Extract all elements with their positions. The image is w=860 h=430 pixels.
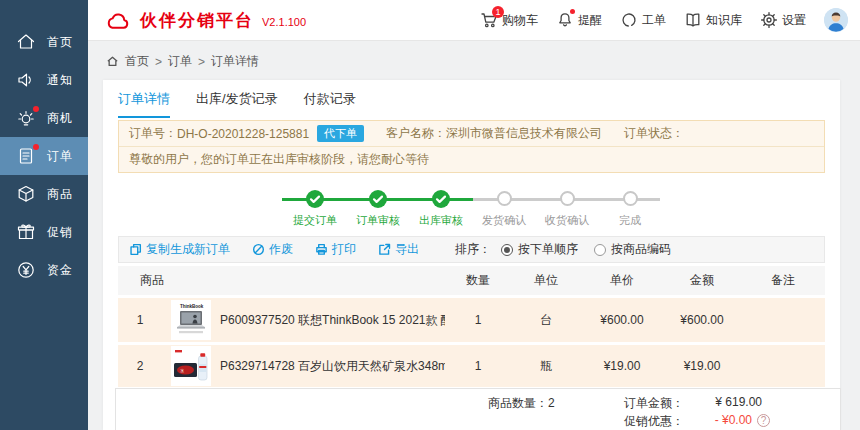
speaker-icon <box>15 69 37 91</box>
sort-radio-product-code[interactable]: 按商品编码 <box>594 241 671 258</box>
breadcrumb-home[interactable]: 首页 <box>125 53 149 70</box>
sidebar-item-notice[interactable]: 通知 <box>0 61 88 99</box>
notification-dot <box>33 106 39 112</box>
app-version: V2.1.100 <box>262 16 306 28</box>
sort-label: 排序： <box>455 241 491 258</box>
sidebar-item-funds[interactable]: 资金 <box>0 251 88 289</box>
cloud-logo-icon <box>104 10 132 31</box>
box-icon <box>15 183 37 205</box>
step-circle <box>623 191 638 206</box>
check-icon <box>432 190 450 208</box>
order-no-label: 订单号： <box>129 125 177 142</box>
knowledge-base-button[interactable]: 知识库 <box>684 11 742 29</box>
sort-radio-order-sequence[interactable]: 按下单顺序 <box>501 241 578 258</box>
row-index: 2 <box>118 359 162 373</box>
top-header: 伙伴分销平台 V2.1.100 1 购物车 提醒 工单 <box>88 0 860 41</box>
product-name: P6009377520 联想ThinkBook 15 2021款 酷睿版 英特尔… <box>220 312 445 329</box>
row-qty: 1 <box>445 359 511 373</box>
svg-text:水: 水 <box>180 368 184 373</box>
step-circle <box>497 191 512 206</box>
table-row: 2 水 P6329714728 百岁山饮用天然矿泉水348ml整箱小瓶运动饮料轻… <box>118 345 825 387</box>
row-unit: 瓶 <box>511 358 581 375</box>
step-outbound-review: 出库审核 <box>409 190 473 228</box>
void-icon <box>252 243 265 256</box>
question-icon[interactable]: ? <box>757 414 770 427</box>
summary-total-value: ¥ 619.00 <box>715 395 762 409</box>
print-icon <box>315 243 328 256</box>
customer-value: 深圳市微普信息技术有限公司 <box>446 125 602 142</box>
check-icon <box>306 190 324 208</box>
step-ship-confirm: 发货确认 <box>472 190 536 228</box>
cart-button[interactable]: 1 购物车 <box>480 11 538 29</box>
product-name: P6329714728 百岁山饮用天然矿泉水348ml整箱小瓶运动饮料轻便随..… <box>220 358 445 375</box>
order-notice-text: 尊敬的用户，您的订单正在出库审核阶段，请您耐心等待 <box>129 151 429 168</box>
yen-icon <box>15 259 37 281</box>
laptop-thumbnail: ThinkBook <box>171 300 211 340</box>
tab-payment-record[interactable]: 付款记录 <box>304 90 356 118</box>
reminder-button[interactable]: 提醒 <box>556 11 602 29</box>
row-amount: ¥19.00 <box>663 359 741 373</box>
header-actions: 1 购物车 提醒 工单 知识库 设置 <box>480 8 848 32</box>
order-toolbar: 复制生成新订单 作废 打印 导出 排序： 按下单顺序 按商品编码 <box>118 236 825 263</box>
summary-promo-label: 促销优惠： <box>624 413 684 430</box>
export-icon <box>378 243 391 256</box>
main-area: 首页 > 订单 > 订单详情 订单详情 出库/发货记录 付款记录 订单号： DH… <box>88 41 860 430</box>
order-summary: 商品数量：2 订单金额： ¥ 619.00 促销优惠： - ¥0.00 ? <box>115 388 841 430</box>
copy-order-button[interactable]: 复制生成新订单 <box>129 241 230 258</box>
row-price: ¥600.00 <box>581 313 663 327</box>
order-icon <box>15 145 37 167</box>
step-order-review: 订单审核 <box>346 190 410 228</box>
col-price: 单价 <box>581 272 663 289</box>
settings-button[interactable]: 设置 <box>760 11 806 29</box>
tab-order-detail[interactable]: 订单详情 <box>118 90 170 118</box>
order-progress-stepper: 提交订单 订单审核 出库审核 发货确认 收货确认 完成 <box>103 180 840 228</box>
radio-selected-icon <box>501 244 513 256</box>
void-order-button[interactable]: 作废 <box>252 241 293 258</box>
row-amount: ¥600.00 <box>663 313 741 327</box>
bulb-icon <box>15 107 37 129</box>
user-avatar[interactable] <box>824 8 848 32</box>
customer-label: 客户名称： <box>386 125 446 142</box>
radio-unselected-icon <box>594 244 606 256</box>
gear-icon <box>760 11 778 29</box>
col-remark: 备注 <box>741 272 825 289</box>
print-button[interactable]: 打印 <box>315 241 356 258</box>
sidebar-item-home[interactable]: 首页 <box>0 23 88 61</box>
order-detail-card: 订单详情 出库/发货记录 付款记录 订单号： DH-O-20201228-125… <box>103 80 840 430</box>
step-circle <box>560 191 575 206</box>
tab-bar: 订单详情 出库/发货记录 付款记录 <box>118 90 356 118</box>
cart-icon: 1 <box>480 11 498 29</box>
order-no-value: DH-O-20201228-125881 <box>177 127 309 141</box>
app-logo: 伙伴分销平台 V2.1.100 <box>104 9 306 32</box>
breadcrumb-orders[interactable]: 订单 <box>168 53 192 70</box>
ticket-button[interactable]: 工单 <box>620 11 666 29</box>
app-title: 伙伴分销平台 <box>140 9 254 32</box>
ticket-icon <box>620 11 638 29</box>
sidebar-item-promotion[interactable]: 促销 <box>0 213 88 251</box>
cart-badge: 1 <box>492 6 504 18</box>
step-submit: 提交订单 <box>283 190 347 228</box>
col-qty: 数量 <box>445 272 511 289</box>
breadcrumb: 首页 > 订单 > 订单详情 <box>106 53 259 70</box>
export-button[interactable]: 导出 <box>378 241 419 258</box>
tab-shipment-record[interactable]: 出库/发货记录 <box>196 90 278 118</box>
table-header: 商品 数量 单位 单价 金额 备注 <box>118 266 825 295</box>
breadcrumb-current: 订单详情 <box>211 53 259 70</box>
col-product: 商品 <box>118 272 445 289</box>
order-info-alert: 订单号： DH-O-20201228-125881 代下单 客户名称： 深圳市微… <box>118 120 825 173</box>
summary-qty-value: 2 <box>548 396 555 410</box>
sidebar: 首页 通知 商机 订单 商品 促销 <box>0 0 88 430</box>
svg-text:ThinkBook: ThinkBook <box>180 304 204 309</box>
sidebar-item-opportunity[interactable]: 商机 <box>0 99 88 137</box>
row-unit: 台 <box>511 312 581 329</box>
table-row: 1 ThinkBook P6009377520 联想ThinkBook 15 2… <box>118 298 825 342</box>
bell-icon <box>556 11 574 29</box>
order-status-label: 订单状态： <box>624 125 684 142</box>
home-icon <box>106 55 119 68</box>
step-receive-confirm: 收货确认 <box>535 190 599 228</box>
sidebar-item-orders[interactable]: 订单 <box>0 137 88 175</box>
reminder-dot <box>570 9 575 14</box>
row-price: ¥19.00 <box>581 359 663 373</box>
gift-icon <box>15 221 37 243</box>
sidebar-item-products[interactable]: 商品 <box>0 175 88 213</box>
